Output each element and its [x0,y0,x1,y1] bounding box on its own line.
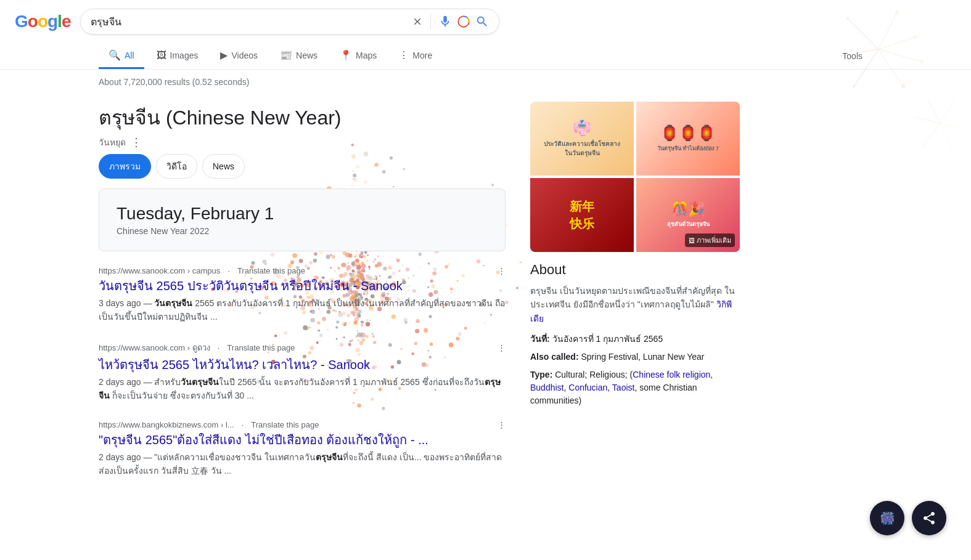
link-chinese-folk-religion[interactable]: Chinese folk religion [633,370,710,379]
date-box: Tuesday, February 1 Chinese New Year 202… [99,189,506,251]
result-url-3: https://www.bangkokbiznews.com › l... · … [99,420,506,429]
image-grid[interactable]: 👘 ประวัติและความเชื่อโชคลางในวันตรุษจีน … [530,102,740,252]
search-divider [430,14,431,29]
header: Google ตรุษจีน [0,0,971,43]
result-snippet-1: 3 days ago — วันตรุษจีน 2565 ตรงกับวันอั… [99,296,506,324]
link-taoist[interactable]: Taoist [612,383,635,392]
translate-link-3[interactable]: Translate this page [251,420,319,429]
news-icon: 📰 [280,49,292,61]
main-content: ตรุษจีน (Chinese New Year) วันหยุด ⋮ ภาพ… [0,92,971,495]
tab-maps[interactable]: 📍 Maps [330,43,387,69]
nav-tabs: 🔍 All 🖼 Images ▶ Videos 📰 News 📍 Maps ⋮ … [0,43,971,70]
date-main: Tuesday, February 1 [117,204,488,224]
result-title-2[interactable]: ไหว้ตรุษจีน 2565 ไหว้วันไหน? เวลาไหน? - … [99,357,506,373]
about-date-row: วันที่: วันอังคารที่ 1 กุมภาพันธ์ 2565 [530,333,740,346]
result-title-1[interactable]: วันตรุษจีน 2565 ประวัติวันตรุษจีน หรือปี… [99,278,506,294]
result-menu-1[interactable]: ⋮ [498,266,506,275]
about-type-row: Type: Cultural; Religious; (Chinese folk… [530,368,740,407]
result-menu-2[interactable]: ⋮ [498,343,506,352]
chip-news[interactable]: News [202,154,245,179]
wikipedia-link[interactable]: วิกิพีเดีย [530,299,732,323]
result-snippet-3: 2 days ago — "แต่หลักความเชื่อของชาวจีน … [99,450,506,478]
logo-l: l [57,12,62,31]
search-result-2: https://www.sanook.com › ดูดวง · Transla… [99,341,506,403]
logo-o1: o [28,12,38,31]
logo-o2: o [38,12,47,31]
image-cell-4[interactable]: 🎊🎉 สุขสันต์วันตรุษจีน 🖼 ภาพเพิ่มเติม [636,178,740,252]
result-title-3[interactable]: "ตรุษจีน 2565"ต้องใส่สีแดง ไม่ใช่ปีเสือท… [99,432,506,448]
kp-main-title: ตรุษจีน (Chinese New Year) [99,102,506,133]
maps-icon: 📍 [340,49,352,61]
chip-overview[interactable]: ภาพรวม [99,154,151,179]
more-dots-icon: ⋮ [399,49,409,61]
tab-all[interactable]: 🔍 All [99,43,144,69]
left-column: ตรุษจีน (Chinese New Year) วันหยุด ⋮ ภาพ… [99,92,506,495]
tab-images[interactable]: 🖼 Images [147,44,208,69]
filter-chips: ภาพรวม วิดีโอ News [99,154,506,179]
result-menu-3[interactable]: ⋮ [498,420,506,429]
tab-more[interactable]: ⋮ More [389,43,442,69]
link-confucian[interactable]: Confucian [568,383,607,392]
image-cell-1[interactable]: 👘 ประวัติและความเชื่อโชคลางในวันตรุษจีน [530,102,634,176]
result-url-1: https://www.sanook.com › campus · Transl… [99,266,506,275]
voice-search-icon[interactable] [438,15,452,28]
about-section: About ตรุษจีน เป็นวันหยุดตามประเพณีของจี… [530,262,740,407]
tools-button[interactable]: Tools [832,45,872,67]
results-count: About 7,720,000 results (0.52 seconds) [0,72,971,92]
images-icon: 🖼 [157,50,166,61]
more-images-badge[interactable]: 🖼 ภาพเพิ่มเติม [685,233,735,247]
kp-subtitle: วันหยุด ⋮ [99,136,506,149]
search-result-3: https://www.bangkokbiznews.com › l... · … [99,420,506,478]
kp-title-section: ตรุษจีน (Chinese New Year) วันหยุด ⋮ [99,102,506,149]
logo-g: G [15,12,28,31]
search-submit-icon[interactable] [475,15,489,28]
right-column: 👘 ประวัติและความเชื่อโชคลางในวันตรุษจีน … [530,92,740,495]
translate-link-1[interactable]: Translate this page [237,266,305,275]
tab-news[interactable]: 📰 News [270,43,327,69]
about-description: ตรุษจีน เป็นวันหยุดตามประเพณีของจีนที่สำ… [530,284,740,325]
search-input[interactable]: ตรุษจีน [91,16,407,27]
result-snippet-2: 2 days ago — สำหรับวันตรุษจีนในปี 2565 น… [99,375,506,403]
all-icon: 🔍 [109,49,121,61]
clear-icon[interactable] [412,16,423,27]
translate-link-2[interactable]: Translate this page [227,343,295,352]
result-url-2: https://www.sanook.com › ดูดวง · Transla… [99,341,506,354]
google-logo[interactable]: Google [15,12,70,31]
logo-g2: g [47,12,57,31]
image-cell-3[interactable]: 新年快乐 [530,178,634,252]
google-lens-icon[interactable] [457,15,470,28]
tab-videos[interactable]: ▶ Videos [210,43,268,69]
image-cell-2[interactable]: 🏮🏮🏮 วันตรุษจีน ทำไมต้องถ่อง 7 [636,102,740,176]
logo-e: e [62,12,71,31]
date-sub: Chinese New Year 2022 [117,226,488,236]
chip-videos[interactable]: วิดีโอ [156,154,197,179]
about-title: About [530,262,740,278]
search-bar[interactable]: ตรุษจีน [80,9,499,34]
about-also-called-row: Also called: Spring Festival, Lunar New … [530,351,740,363]
more-options-icon[interactable]: ⋮ [131,136,142,149]
search-result-1: https://www.sanook.com › campus · Transl… [99,266,506,324]
link-buddhist[interactable]: Buddhist [530,383,563,392]
videos-icon: ▶ [220,49,227,61]
